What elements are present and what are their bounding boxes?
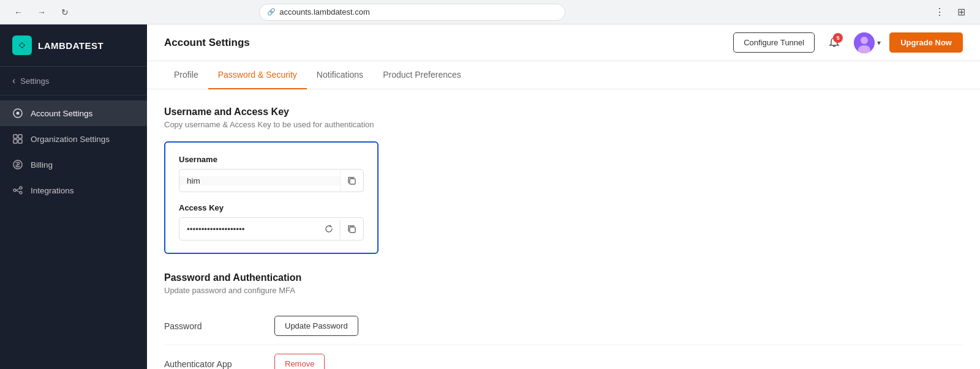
password-auth-subtitle: Update password and configure MFA <box>164 286 963 295</box>
authenticator-app-row: Authenticator App Remove <box>164 345 963 369</box>
username-label: Username <box>179 155 364 164</box>
access-key-refresh-button[interactable] <box>318 217 339 240</box>
browser-grid-icon[interactable]: ⊞ <box>953 4 970 21</box>
sidebar-item-organization-settings[interactable]: Organization Settings <box>0 126 147 152</box>
username-access-key-section: Username and Access Key Copy username & … <box>164 106 963 254</box>
tab-product-preferences[interactable]: Product Preferences <box>373 61 471 89</box>
svg-rect-16 <box>350 179 355 184</box>
access-key-label: Access Key <box>179 203 364 212</box>
svg-rect-6 <box>18 140 22 143</box>
update-password-button[interactable]: Update Password <box>274 316 358 336</box>
header-actions: Configure Tunnel 5 <box>733 32 963 54</box>
chevron-down-icon: ▾ <box>877 39 881 47</box>
access-key-input[interactable] <box>179 225 318 234</box>
lock-icon: 🔗 <box>267 8 276 16</box>
sidebar-logo: LAMBDATEST <box>0 24 147 67</box>
forward-button[interactable]: → <box>33 4 50 21</box>
sidebar-item-organization-settings-label: Organization Settings <box>31 135 110 144</box>
password-row: Password Update Password <box>164 307 963 345</box>
logo-text: LAMBDATEST <box>38 40 104 51</box>
svg-point-10 <box>20 192 22 194</box>
configure-tunnel-button[interactable]: Configure Tunnel <box>733 32 815 53</box>
page-title: Account Settings <box>164 37 733 49</box>
user-avatar-button[interactable]: ▾ <box>854 32 881 53</box>
upgrade-button[interactable]: Upgrade Now <box>889 32 963 53</box>
svg-point-8 <box>13 189 16 192</box>
notification-button[interactable]: 5 <box>823 32 845 54</box>
password-label: Password <box>164 321 262 331</box>
billing-icon <box>12 159 23 170</box>
browser-menu-icon[interactable]: ⋮ <box>931 4 948 21</box>
sidebar-back-label: Settings <box>20 76 49 86</box>
access-key-copy-button[interactable] <box>340 217 363 240</box>
app-container: LAMBDATEST ‹ Settings Account Settings <box>0 24 980 369</box>
sidebar-item-account-settings[interactable]: Account Settings <box>0 100 147 126</box>
organization-settings-icon <box>12 133 23 144</box>
main-header: Account Settings Configure Tunnel 5 <box>147 24 980 61</box>
sidebar-item-billing-label: Billing <box>31 160 53 170</box>
username-access-key-title: Username and Access Key <box>164 106 963 117</box>
refresh-button[interactable]: ↻ <box>56 4 74 21</box>
access-card: Username Ac <box>164 141 379 254</box>
password-auth-title: Password and Authentication <box>164 272 963 283</box>
sidebar-item-integrations-label: Integrations <box>31 186 74 195</box>
url-text: accounts.lambdatest.com <box>279 7 369 17</box>
access-key-field-group: Access Key <box>179 203 364 240</box>
tab-notifications[interactable]: Notifications <box>307 61 373 89</box>
browser-bar: ← → ↻ 🔗 accounts.lambdatest.com ⋮ ⊞ <box>0 0 980 24</box>
back-button[interactable]: ← <box>10 4 27 21</box>
svg-point-9 <box>20 187 22 189</box>
password-auth-section: Password and Authentication Update passw… <box>164 272 963 369</box>
svg-point-0 <box>20 43 24 47</box>
username-field-group: Username <box>179 155 364 192</box>
sidebar-nav: Account Settings Organization Settings <box>0 95 147 208</box>
username-copy-button[interactable] <box>340 169 363 192</box>
remove-authenticator-button[interactable]: Remove <box>274 354 325 369</box>
svg-point-14 <box>861 37 868 44</box>
content-area: Username and Access Key Copy username & … <box>147 89 980 369</box>
username-input-wrap <box>179 169 364 192</box>
sidebar-item-billing[interactable]: Billing <box>0 152 147 177</box>
browser-right-icons: ⋮ ⊞ <box>931 4 970 21</box>
logo-icon <box>12 35 32 55</box>
svg-line-12 <box>16 190 20 192</box>
svg-point-2 <box>17 112 20 115</box>
sidebar-item-integrations[interactable]: Integrations <box>0 177 147 203</box>
access-key-input-wrap <box>179 217 364 240</box>
svg-rect-17 <box>350 227 355 233</box>
svg-rect-5 <box>13 140 17 143</box>
address-bar[interactable]: 🔗 accounts.lambdatest.com <box>259 4 565 21</box>
tabs-bar: Profile Password & Security Notification… <box>147 61 980 89</box>
svg-rect-4 <box>18 135 22 138</box>
integrations-icon <box>12 185 23 196</box>
notification-badge: 5 <box>833 33 843 43</box>
main-content: Account Settings Configure Tunnel 5 <box>147 24 980 369</box>
back-arrow-icon: ‹ <box>12 75 15 86</box>
username-access-key-subtitle: Copy username & Access Key to be used fo… <box>164 120 963 129</box>
user-avatar <box>854 32 875 53</box>
username-input[interactable] <box>179 176 340 185</box>
svg-line-11 <box>16 188 20 190</box>
svg-rect-3 <box>13 135 17 138</box>
sidebar-back-button[interactable]: ‹ Settings <box>0 67 147 95</box>
tab-password-security[interactable]: Password & Security <box>208 61 307 89</box>
account-settings-icon <box>12 108 23 119</box>
sidebar-item-account-settings-label: Account Settings <box>31 109 92 118</box>
tab-profile[interactable]: Profile <box>164 61 208 89</box>
sidebar: LAMBDATEST ‹ Settings Account Settings <box>0 24 147 369</box>
authenticator-app-label: Authenticator App <box>164 359 262 369</box>
